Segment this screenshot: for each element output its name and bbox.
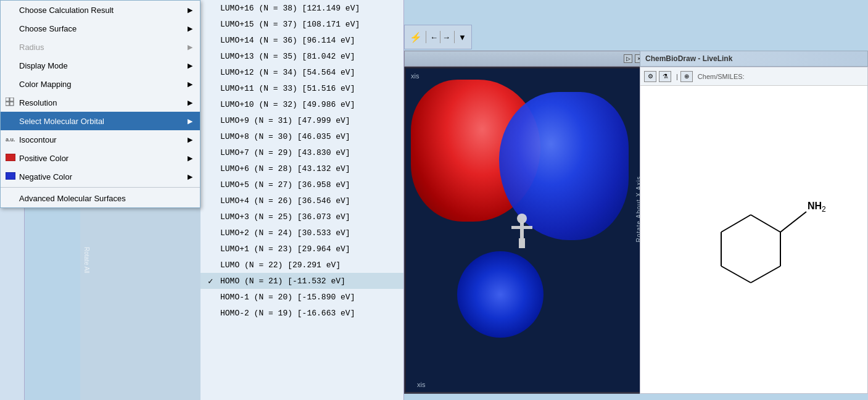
orbital-list-item[interactable]: LUMO+7 (N = 29) [43.830 eV] [200, 144, 403, 160]
toolbar-arrow-right[interactable]: → [442, 33, 450, 42]
orbital-list-item[interactable]: LUMO+1 (N = 23) [29.964 eV] [200, 241, 403, 257]
orbital-list-item[interactable]: LUMO+16 (N = 38) [121.149 eV] [200, 0, 403, 16]
toolbar-separator-2 [440, 31, 440, 43]
chem-btn-3[interactable]: ⊕ [680, 71, 693, 82]
orbital-list-item[interactable]: LUMO+11 (N = 33) [51.516 eV] [200, 80, 403, 96]
svg-line-19 [721, 215, 751, 232]
menu-item-color-mapping[interactable]: Color Mapping ▶ [1, 75, 200, 93]
orbital-list-item[interactable]: LUMO+8 (N = 30) [46.035 eV] [200, 128, 403, 144]
axis-label-top: xis [411, 72, 419, 80]
toolbar-arrows: ← → [430, 31, 450, 43]
arrow-icon-display-mode: ▶ [188, 62, 192, 70]
arrow-icon-color-mapping: ▶ [188, 80, 192, 88]
toolbar-separator-3 [454, 31, 455, 43]
au-icon: a.u. [6, 136, 15, 143]
orbital-list-item[interactable]: HOMO-1 (N = 20) [-15.890 eV] [200, 289, 403, 305]
menu-item-radius: Radius ▶ [1, 38, 200, 56]
orbital-label: LUMO+4 (N = 26) [36.546 eV] [220, 196, 399, 206]
arrow-icon-positive-color: ▶ [188, 154, 192, 162]
chembiodraw-panel[interactable]: ⚙ ⚗ | ⊕ Chem/SMILES: NH 2 [640, 67, 868, 394]
orbital-label: LUMO+9 (N = 31) [47.999 eV] [220, 116, 399, 125]
pin-button[interactable]: ▷ [624, 54, 632, 63]
chem-btn-1[interactable]: ⚙ [644, 71, 656, 82]
menu-item-positive-color[interactable]: Positive Color ▶ [1, 149, 200, 167]
orbital-label: HOMO-2 (N = 19) [-16.663 eV] [220, 309, 399, 318]
chem-canvas: NH 2 [640, 86, 867, 393]
svg-rect-4 [6, 102, 9, 106]
orbital-label: LUMO+15 (N = 37) [108.171 eV] [220, 20, 399, 29]
orbital-label: LUMO+6 (N = 28) [43.132 eV] [220, 164, 399, 173]
menu-item-radius-label: Radius [19, 43, 44, 52]
orbital-label: HOMO (N = 21) [-11.532 eV] [220, 277, 399, 286]
orbital-list-item[interactable]: LUMO+9 (N = 31) [47.999 eV] [200, 112, 403, 128]
toolbar-arrow-left[interactable]: ← [430, 33, 438, 42]
orbital-blue-small [457, 251, 544, 338]
menu-item-select-molecular-orbital[interactable]: Select Molecular Orbital ▶ [1, 112, 200, 130]
orbital-label: LUMO+8 (N = 30) [46.035 eV] [220, 132, 399, 141]
svg-rect-7 [6, 172, 15, 180]
orbital-label: LUMO+5 (N = 27) [36.958 eV] [220, 180, 399, 190]
orbital-label: LUMO+7 (N = 29) [43.830 eV] [220, 148, 399, 157]
svg-rect-2 [6, 98, 9, 101]
svg-line-14 [751, 215, 780, 232]
orbital-list-item[interactable]: LUMO+2 (N = 24) [30.533 eV] [200, 225, 403, 241]
chembiodraw-title: ChemBioDraw - LiveLink [645, 54, 732, 63]
menu-item-resolution[interactable]: Resolution ▶ [1, 93, 200, 112]
viewport-blue: Rotate All [80, 235, 204, 400]
arrow-icon-select-molecular-orbital: ▶ [188, 117, 192, 125]
orbital-list-panel[interactable]: LUMO+16 (N = 38) [121.149 eV]LUMO+15 (N … [200, 0, 404, 400]
arrow-icon-resolution: ▶ [188, 99, 192, 107]
orbital-list-item[interactable]: ✓HOMO (N = 21) [-11.532 eV] [200, 273, 403, 289]
arrow-icon-choose-surface: ▶ [188, 25, 192, 33]
svg-rect-12 [519, 238, 522, 248]
chem-smiles-text: Chem/SMILES: [698, 73, 745, 80]
orbital-label: LUMO+3 (N = 25) [36.073 eV] [220, 212, 399, 222]
nh2-label: NH [808, 201, 822, 211]
orbital-label: LUMO+12 (N = 34) [54.564 eV] [220, 68, 399, 77]
molecule-stick [506, 212, 537, 249]
orbital-list-item[interactable]: HOMO-2 (N = 19) [-16.663 eV] [200, 305, 403, 321]
orbital-list-item[interactable]: LUMO+4 (N = 26) [36.546 eV] [200, 193, 403, 209]
menu-item-resolution-label: Resolution [19, 98, 57, 107]
arrow-icon-isocontour: ▶ [188, 136, 192, 144]
orbital-label: LUMO+2 (N = 24) [30.533 eV] [220, 228, 399, 238]
menu-item-advanced-molecular-surfaces[interactable]: Advanced Molecular Surfaces [1, 189, 200, 207]
menu-separator [1, 187, 200, 188]
menu-item-negative-color[interactable]: Negative Color ▶ [1, 167, 200, 186]
orbital-label: LUMO+10 (N = 32) [49.986 eV] [220, 100, 399, 109]
scene-top-wall [405, 67, 647, 69]
arrow-icon-negative-color: ▶ [188, 173, 192, 181]
molecule-structure: NH 2 [677, 162, 831, 317]
menu-item-isocontour[interactable]: a.u. Isocontour ▶ [1, 130, 200, 149]
orbital-list-item[interactable]: LUMO+6 (N = 28) [43.132 eV] [200, 160, 403, 177]
menu-item-color-mapping-label: Color Mapping [19, 80, 72, 89]
scene-area: Rotate About X Axis xis xis [404, 67, 648, 394]
menu-item-choose-surface[interactable]: Choose Surface ▶ [1, 19, 200, 38]
orbital-list-item[interactable]: LUMO (N = 22) [29.291 eV] [200, 257, 403, 273]
menu-item-choose-calculation[interactable]: Choose Calculation Result ▶ [1, 1, 200, 19]
svg-rect-11 [524, 226, 532, 229]
menu-item-negative-color-label: Negative Color [19, 172, 72, 181]
orbital-list-item[interactable]: LUMO+5 (N = 27) [36.958 eV] [200, 177, 403, 193]
orbital-list-item[interactable]: LUMO+12 (N = 34) [54.564 eV] [200, 64, 403, 80]
toolbar-btn-extra[interactable]: ▼ [458, 33, 466, 42]
orbital-list-item[interactable]: LUMO+13 (N = 35) [81.042 eV] [200, 48, 403, 64]
menu-item-select-molecular-orbital-label: Select Molecular Orbital [19, 117, 104, 126]
orbital-label: HOMO-1 (N = 20) [-15.890 eV] [220, 293, 399, 302]
menu-item-display-mode[interactable]: Display Mode ▶ [1, 56, 200, 75]
negative-color-icon [6, 172, 15, 181]
toolbar-separator-1 [426, 31, 426, 43]
orbital-list-item[interactable]: LUMO+10 (N = 32) [49.986 eV] [200, 96, 403, 112]
orbital-label: LUMO+14 (N = 36) [96.114 eV] [220, 36, 399, 45]
orbital-list-item[interactable]: LUMO+14 (N = 36) [96.114 eV] [200, 32, 403, 48]
scene-titlebar: ▷ × [404, 51, 648, 67]
chem-smiles-label: Chem/SMILES: [698, 73, 745, 80]
chem-btn-2[interactable]: ⚗ [659, 71, 671, 82]
svg-line-16 [751, 266, 780, 283]
orbital-list-item[interactable]: LUMO+3 (N = 25) [36.073 eV] [200, 209, 403, 225]
svg-point-8 [517, 214, 527, 223]
chembiodraw-titlebar: ChemBioDraw - LiveLink [640, 51, 868, 67]
toolbar-lightning-icon[interactable]: ⚡ [410, 31, 422, 43]
orbital-list-item[interactable]: LUMO+15 (N = 37) [108.171 eV] [200, 16, 403, 32]
chem-smiles-separator: | [676, 73, 678, 80]
